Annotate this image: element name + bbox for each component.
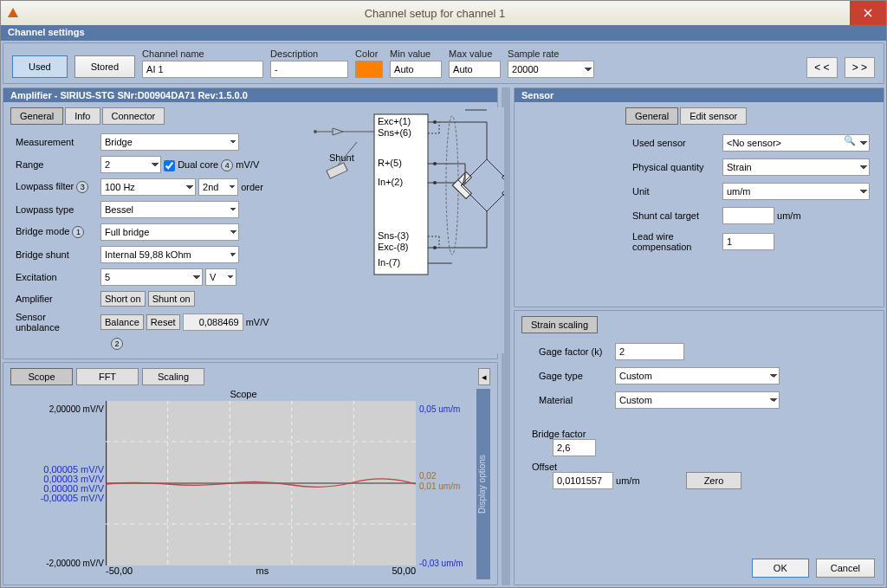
- sensor-header: Sensor: [515, 88, 884, 102]
- svg-line-38: [487, 159, 504, 185]
- off-input[interactable]: [553, 472, 613, 489]
- svg-text:Sns-(3): Sns-(3): [378, 230, 409, 241]
- range-select[interactable]: 2: [100, 156, 161, 173]
- search-icon[interactable]: 🔍: [844, 135, 856, 146]
- tab-connector[interactable]: Connector: [102, 107, 165, 125]
- unit-select[interactable]: um/m: [722, 183, 870, 200]
- sensor-tab-edit[interactable]: Edit sensor: [680, 107, 747, 125]
- annotation-1: 1: [72, 226, 84, 238]
- stored-button[interactable]: Stored: [74, 55, 135, 78]
- gf-input[interactable]: [615, 343, 684, 360]
- description-input[interactable]: [270, 61, 348, 78]
- shunt-unit: um/m: [777, 210, 801, 221]
- min-input[interactable]: [390, 61, 442, 78]
- shunt-cal-label: Shunt cal target: [627, 204, 715, 227]
- mat-select[interactable]: Custom: [615, 391, 780, 409]
- lowpass-order-select[interactable]: 2nd: [198, 178, 238, 196]
- close-button[interactable]: [850, 1, 886, 25]
- tab-scope[interactable]: Scope: [10, 368, 73, 385]
- y-top: 2,00000 mV/V: [10, 404, 104, 414]
- x-right: 50,00: [392, 565, 416, 576]
- svg-point-18: [433, 120, 437, 124]
- x-left: -50,00: [106, 565, 133, 576]
- svg-text:In+(2): In+(2): [378, 177, 403, 187]
- dualcore-checkbox[interactable]: [164, 160, 175, 171]
- svg-marker-5: [333, 128, 343, 135]
- strain-panel: Strain scaling Gage factor (k) Gage type…: [514, 310, 884, 585]
- bridge-shunt-select[interactable]: Internal 59,88 kOhm: [100, 246, 239, 263]
- max-input[interactable]: [449, 61, 501, 78]
- bridge-shunt-label: Bridge shunt: [12, 244, 95, 265]
- annotation-3: 3: [76, 181, 88, 193]
- app-icon: [6, 6, 20, 20]
- zero-button[interactable]: Zero: [686, 472, 742, 489]
- excitation-select[interactable]: 5: [100, 268, 203, 286]
- amplifier-label: Amplifier: [12, 289, 95, 308]
- tab-fft[interactable]: FFT: [76, 368, 139, 385]
- annotation-4: 4: [221, 159, 233, 171]
- bridge-mode-select[interactable]: Full bridge: [100, 223, 239, 241]
- close-icon: [864, 9, 872, 17]
- short-on-button[interactable]: Short on: [100, 291, 146, 307]
- display-options-tab[interactable]: Display options: [476, 389, 490, 579]
- sensor-tab-general[interactable]: General: [625, 107, 678, 125]
- ok-button[interactable]: OK: [752, 559, 809, 578]
- tab-scaling[interactable]: Scaling: [142, 368, 204, 385]
- unbalance-unit: mV/V: [246, 317, 269, 327]
- balance-button[interactable]: Balance: [100, 314, 144, 330]
- next-channel-button[interactable]: > >: [845, 57, 875, 78]
- shunt-on-button[interactable]: Shunt on: [148, 291, 195, 307]
- channel-name-input[interactable]: [142, 61, 263, 78]
- collapse-button[interactable]: ◂: [478, 368, 490, 385]
- annotation-2: 2: [111, 338, 123, 350]
- excitation-unit-select[interactable]: V: [205, 268, 236, 286]
- off-label: Offset: [532, 462, 877, 472]
- lead-input[interactable]: [722, 233, 774, 250]
- cancel-button[interactable]: Cancel: [816, 559, 875, 578]
- bf-input[interactable]: [553, 439, 596, 456]
- tab-strain-scaling[interactable]: Strain scaling: [521, 316, 598, 333]
- unbalance-value: [183, 313, 243, 331]
- unit-label: Unit: [627, 180, 715, 203]
- max-label: Max value: [449, 48, 501, 59]
- range-unit: mV/V: [236, 159, 259, 170]
- amplifier-panel: Amplifier - SIRIUS-STG SNr:D00904DA71 Re…: [3, 87, 498, 359]
- r-bot: -0,03 um/m: [419, 559, 476, 568]
- sample-rate-select[interactable]: 20000: [508, 61, 594, 78]
- color-label: Color: [355, 48, 383, 59]
- gt-label: Gage type: [534, 365, 608, 387]
- measurement-label: Measurement: [12, 132, 95, 152]
- svg-line-40: [461, 185, 487, 211]
- min-label: Min value: [390, 48, 442, 59]
- r-top: 0,05 um/m: [419, 404, 476, 414]
- dualcore-label: Dual core: [178, 159, 218, 170]
- x-unit: ms: [133, 565, 392, 576]
- off-unit: um/m: [616, 475, 640, 486]
- svg-text:Sns+(6): Sns+(6): [378, 127, 411, 138]
- svg-rect-7: [327, 163, 347, 178]
- lowpass-type-select[interactable]: Bessel: [100, 201, 239, 218]
- pq-select[interactable]: Strain: [722, 158, 870, 176]
- used-button[interactable]: Used: [12, 55, 68, 78]
- scope-chart: Scope 2,00000 mV/V 0,00005 mV/V 0,00003 …: [10, 389, 476, 579]
- lowpass-select[interactable]: 100 Hz: [100, 178, 196, 196]
- lowpass-type-label: Lowpass type: [12, 199, 95, 220]
- bridge-diagram: Shunt Exc+(1) Sns+(6) R+(5): [314, 107, 504, 353]
- svg-text:Exc-(8): Exc-(8): [378, 242, 408, 252]
- tab-general[interactable]: General: [10, 107, 63, 125]
- r-mid2: 0,01 um/m: [419, 481, 476, 491]
- lowpass-label: Lowpass filter: [16, 181, 74, 191]
- prev-channel-button[interactable]: < <: [806, 57, 837, 78]
- shunt-cal-input[interactable]: [722, 207, 774, 224]
- top-panel: Used Stored Channel name Description Col…: [3, 42, 884, 84]
- tab-info[interactable]: Info: [65, 107, 100, 125]
- channel-settings-header: Channel settings: [1, 25, 886, 41]
- svg-point-24: [433, 181, 437, 184]
- svg-point-4: [314, 130, 317, 133]
- mat-label: Material: [534, 389, 608, 411]
- measurement-select[interactable]: Bridge: [100, 133, 239, 151]
- gt-select[interactable]: Custom: [615, 367, 780, 384]
- reset-button[interactable]: Reset: [146, 314, 180, 330]
- color-swatch[interactable]: [355, 61, 383, 78]
- svg-line-39: [487, 185, 504, 211]
